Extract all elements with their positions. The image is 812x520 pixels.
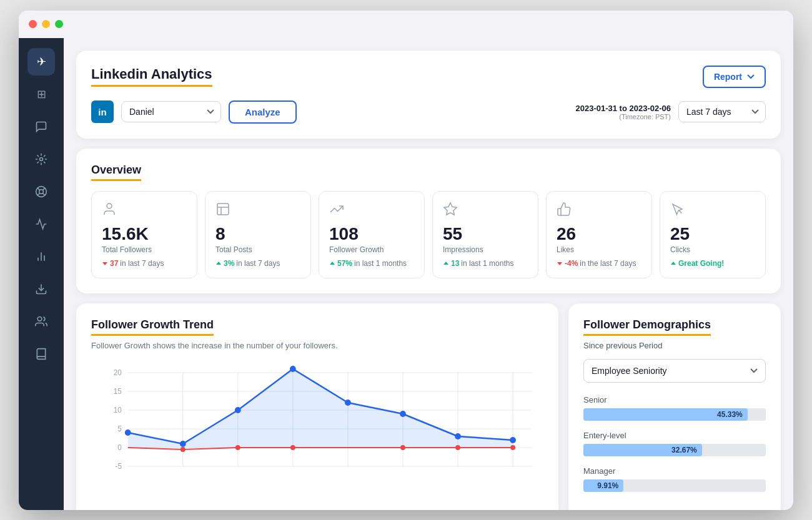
svg-line-6	[37, 193, 40, 195]
clicks-value: 25	[670, 225, 755, 243]
demographics-period: Since previous Period	[583, 341, 766, 350]
demo-bar-senior-fill: 45.33%	[583, 408, 748, 421]
svg-line-5	[42, 188, 45, 190]
up-arrow-icon-2	[329, 260, 335, 267]
followers-label: Total Followers	[102, 245, 187, 254]
up-arrow-icon-4	[670, 260, 676, 267]
analytics-card: Linkedin Analytics Report in Daniel Anal…	[76, 51, 781, 139]
demo-bar-senior-pct: 45.33%	[717, 410, 743, 419]
analyze-button[interactable]: Analyze	[229, 101, 297, 124]
metric-card-impressions: 55 Impressions 13 in last 1 months	[432, 191, 538, 278]
impressions-icon	[443, 202, 528, 220]
overview-card: Overview 15.6K Total Followers 37 in las…	[76, 149, 781, 293]
likes-value: 26	[557, 225, 641, 243]
app-body: ✈ ⊞	[19, 38, 793, 510]
metric-card-likes: 26 Likes -4% in the last 7 days	[546, 191, 652, 278]
sidebar-item-analytics[interactable]	[27, 243, 55, 270]
metric-card-followers: 15.6K Total Followers 37 in last 7 days	[91, 191, 197, 278]
overview-title: Overview	[91, 164, 141, 181]
svg-point-42	[510, 437, 516, 443]
up-arrow-icon	[215, 260, 222, 267]
clicks-icon	[670, 202, 755, 220]
svg-text:20: 20	[114, 368, 122, 376]
sidebar-item-messages[interactable]	[27, 113, 55, 140]
svg-line-3	[37, 188, 40, 190]
demo-bar-entrylevel-label: Entery-level	[583, 431, 766, 440]
sidebar-item-dashboard[interactable]: ⊞	[27, 81, 55, 108]
period-select[interactable]: Last 7 days Last 30 days Last 90 days Cu…	[678, 101, 766, 122]
svg-point-12	[107, 204, 112, 208]
likes-icon	[557, 202, 641, 220]
demographics-select[interactable]: Employee Seniority Job Function Industry…	[583, 359, 766, 383]
close-button[interactable]	[29, 20, 37, 28]
demographics-title: Follower Demographics	[583, 318, 711, 336]
svg-text:15: 15	[114, 386, 122, 395]
impressions-value: 55	[443, 225, 528, 243]
likes-change: -4% in the last 7 days	[557, 259, 641, 268]
svg-point-44	[235, 445, 240, 450]
likes-label: Likes	[557, 245, 641, 254]
followers-icon	[102, 202, 187, 220]
svg-text:-5: -5	[115, 461, 122, 470]
demo-bar-manager-fill: 9.91%	[583, 479, 623, 492]
chevron-down-icon	[747, 74, 755, 79]
svg-text:5: 5	[117, 424, 122, 433]
impressions-label: Impressions	[443, 245, 528, 254]
posts-icon	[215, 202, 300, 220]
metric-card-posts: 8 Total Posts 3% in last 7 days	[205, 191, 311, 278]
main-content: Linkedin Analytics Report in Daniel Anal…	[64, 38, 793, 510]
sidebar-item-download[interactable]	[27, 275, 55, 303]
demo-bar-manager-track: 9.91%	[583, 479, 766, 492]
svg-marker-14	[444, 203, 457, 215]
impressions-change: 13 in last 1 months	[443, 259, 528, 268]
posts-change: 3% in last 7 days	[215, 259, 300, 268]
svg-text:10: 10	[114, 405, 122, 414]
svg-point-47	[455, 445, 460, 450]
demo-bar-entrylevel-track: 32.67%	[583, 444, 766, 456]
svg-point-35	[125, 429, 131, 436]
svg-point-41	[455, 433, 461, 439]
clicks-label: Clicks	[670, 245, 755, 254]
followers-change: 37 in last 7 days	[102, 259, 187, 268]
demo-bar-senior: Senior 45.33%	[583, 395, 766, 421]
account-select[interactable]: Daniel	[121, 101, 221, 122]
demo-bar-manager-label: Manager	[583, 466, 766, 476]
sidebar-item-campaigns[interactable]	[27, 210, 55, 238]
sidebar-item-network[interactable]	[27, 145, 55, 173]
metric-card-growth: 108 Follower Growth 57% in last 1 months	[319, 191, 425, 278]
sidebar-item-users[interactable]	[27, 308, 55, 335]
demo-bar-entrylevel: Entery-level 32.67%	[583, 431, 766, 456]
growth-change: 57% in last 1 months	[329, 259, 414, 268]
bottom-section: Follower Growth Trend Follower Growth sh…	[76, 303, 781, 510]
svg-point-36	[180, 441, 186, 447]
svg-point-2	[39, 189, 44, 194]
analytics-title: Linkedin Analytics	[91, 66, 212, 87]
demographics-card: Follower Demographics Since previous Per…	[568, 303, 781, 510]
down-arrow-icon-2	[557, 260, 563, 267]
sidebar-item-library[interactable]	[27, 340, 55, 368]
svg-point-40	[400, 411, 406, 417]
demo-bar-entrylevel-fill: 32.67%	[583, 444, 702, 456]
svg-point-38	[290, 366, 296, 372]
demo-bar-manager: Manager 9.91%	[583, 466, 766, 492]
posts-value: 8	[215, 225, 300, 243]
analytics-card-header: Linkedin Analytics Report	[91, 66, 766, 88]
minimize-button[interactable]	[42, 20, 50, 28]
demo-bar-senior-track: 45.33%	[583, 408, 766, 421]
sidebar-item-help[interactable]	[27, 178, 55, 205]
svg-point-0	[40, 157, 43, 160]
svg-point-39	[345, 400, 351, 406]
svg-text:0: 0	[117, 443, 122, 451]
demo-bar-manager-pct: 9.91%	[597, 481, 618, 490]
metric-card-clicks: 25 Clicks Great Going!	[660, 191, 766, 278]
maximize-button[interactable]	[55, 20, 63, 28]
demo-bar-entrylevel-pct: 32.67%	[671, 446, 697, 454]
posts-label: Total Posts	[215, 245, 300, 254]
report-button[interactable]: Report	[703, 66, 766, 88]
titlebar	[19, 11, 793, 38]
report-button-label: Report	[714, 72, 742, 82]
growth-trend-chart: 20 15 10 5 0 -5	[91, 360, 543, 491]
demo-bar-senior-label: Senior	[583, 395, 766, 405]
sidebar-item-navigation[interactable]: ✈	[27, 48, 55, 76]
metrics-grid: 15.6K Total Followers 37 in last 7 days	[91, 191, 766, 278]
